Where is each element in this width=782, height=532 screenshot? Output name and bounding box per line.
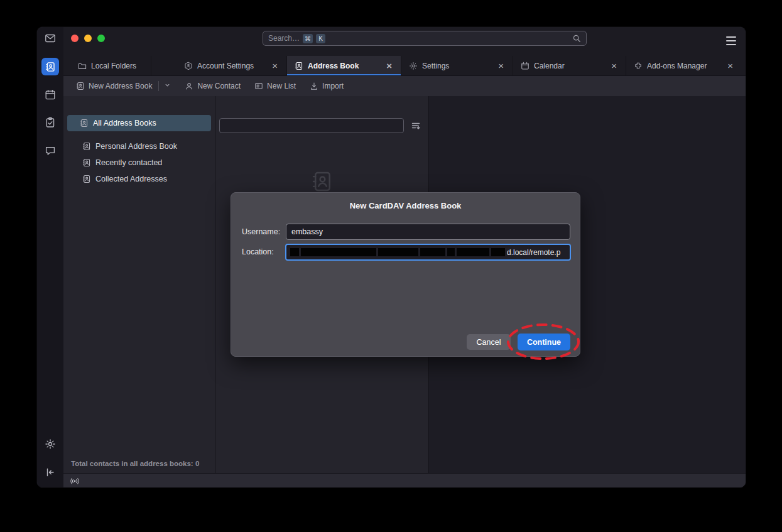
address-book-toolbar: New Address Book New Contact New List — [63, 76, 746, 96]
zoom-window-button[interactable] — [97, 35, 105, 42]
address-book-space-button[interactable] — [41, 58, 59, 75]
tab-label: Account Settings — [197, 62, 254, 70]
address-book-icon — [82, 175, 91, 183]
cmd-key-badge: ⌘ — [303, 34, 313, 43]
calendar-space-icon[interactable] — [45, 89, 56, 100]
gear-icon — [409, 62, 418, 70]
address-book-row-collected[interactable]: Collected Addresses — [67, 171, 211, 187]
thunderbird-window: Search… ⌘ K Local Folders Account Se — [36, 26, 746, 488]
dialog-title: New CardDAV Address Book — [231, 201, 580, 210]
tab-label: Settings — [422, 62, 449, 70]
new-list-icon — [254, 82, 263, 90]
mail-space-icon[interactable] — [45, 33, 56, 44]
row-label: Collected Addresses — [95, 175, 167, 183]
location-input[interactable]: d.local/remote.p — [285, 244, 571, 261]
address-book-icon — [45, 62, 56, 72]
address-book-icon — [76, 82, 85, 90]
import-button[interactable]: Import — [305, 79, 349, 93]
minimize-window-button[interactable] — [84, 35, 92, 42]
tab-addons-manager[interactable]: Add-ons Manager × — [626, 56, 742, 75]
tab-settings[interactable]: Settings × — [401, 56, 513, 75]
redaction-bar — [457, 248, 489, 256]
import-icon — [310, 82, 318, 90]
tab-local-folders[interactable]: Local Folders — [63, 56, 151, 75]
location-visible-text: d.local/remote.p — [507, 248, 560, 257]
total-contacts-status: Total contacts in all address books: 0 — [71, 460, 199, 467]
empty-list-address-book-icon — [311, 170, 334, 193]
tab-account-settings[interactable]: Account Settings × — [151, 56, 287, 75]
contacts-search-input[interactable] — [219, 118, 404, 133]
close-tab-icon[interactable]: × — [610, 61, 618, 70]
account-icon — [184, 62, 193, 70]
folder-icon — [78, 62, 87, 70]
search-icon — [572, 34, 581, 43]
new-list-button[interactable]: New List — [249, 79, 301, 93]
traffic-lights — [71, 35, 105, 42]
redaction-bar — [301, 248, 376, 256]
broadcast-status-icon — [69, 475, 80, 487]
collapse-spaces-icon[interactable] — [45, 467, 56, 478]
location-label: Location: — [242, 247, 274, 256]
address-book-row-personal[interactable]: Personal Address Book — [67, 138, 211, 155]
window-status-bar — [63, 473, 746, 488]
tab-address-book[interactable]: Address Book × — [287, 56, 401, 75]
global-search-field[interactable]: Search… ⌘ K — [263, 31, 587, 46]
close-window-button[interactable] — [71, 35, 79, 42]
close-tab-icon[interactable]: × — [726, 61, 734, 70]
username-label: Username: — [242, 227, 280, 236]
button-label: Import — [322, 82, 344, 90]
chevron-down-icon[interactable] — [164, 82, 171, 90]
new-contact-button[interactable]: New Contact — [180, 79, 246, 93]
tab-calendar[interactable]: Calendar × — [513, 56, 626, 75]
close-tab-icon[interactable]: × — [385, 61, 393, 70]
tab-label: Address Book — [308, 62, 359, 70]
settings-gear-icon[interactable] — [45, 438, 56, 450]
button-label: New List — [267, 82, 296, 90]
spaces-toolbar — [37, 27, 63, 488]
new-address-book-button[interactable]: New Address Book — [71, 79, 176, 94]
redaction-bar — [447, 248, 455, 256]
continue-button[interactable]: Continue — [518, 334, 570, 350]
app-menu-icon[interactable] — [726, 36, 736, 45]
username-input[interactable] — [286, 224, 570, 240]
address-book-icon — [80, 119, 89, 128]
k-key-badge: K — [316, 34, 325, 43]
tab-bar: Local Folders Account Settings × Address… — [63, 56, 746, 76]
address-book-icon — [82, 158, 91, 167]
button-label: New Contact — [197, 82, 241, 90]
desktop: Search… ⌘ K Local Folders Account Se — [0, 0, 782, 532]
redaction-bar — [378, 248, 418, 256]
address-book-row-all[interactable]: All Address Books — [67, 115, 211, 131]
display-options-icon[interactable] — [411, 121, 421, 131]
tab-label: Calendar — [534, 62, 565, 70]
titlebar: Search… ⌘ K — [63, 27, 746, 56]
close-tab-icon[interactable]: × — [497, 61, 505, 70]
new-carddav-dialog: New CardDAV Address Book Username: Locat… — [231, 192, 580, 357]
cancel-button[interactable]: Cancel — [467, 334, 511, 350]
redaction-bar — [290, 248, 299, 256]
address-book-icon — [82, 142, 91, 151]
tasks-space-icon[interactable] — [45, 117, 56, 128]
puzzle-icon — [634, 62, 643, 70]
row-label: Personal Address Book — [95, 142, 177, 151]
close-tab-icon[interactable]: × — [271, 61, 279, 70]
divider — [158, 81, 159, 91]
address-book-icon — [295, 62, 303, 70]
row-label: Recently contacted — [95, 158, 162, 167]
tab-label: Local Folders — [91, 62, 136, 70]
tab-label: Add-ons Manager — [647, 62, 707, 70]
chat-space-icon[interactable] — [45, 145, 56, 156]
button-label: New Address Book — [89, 82, 152, 90]
address-book-row-recent[interactable]: Recently contacted — [67, 155, 211, 171]
calendar-icon — [521, 62, 529, 70]
address-books-pane: All Address Books Personal Address Book … — [63, 96, 215, 473]
new-contact-icon — [185, 82, 193, 90]
row-label: All Address Books — [93, 119, 156, 128]
search-placeholder: Search… — [268, 34, 300, 43]
redaction-bar — [491, 248, 505, 256]
redaction-bar — [420, 248, 445, 256]
